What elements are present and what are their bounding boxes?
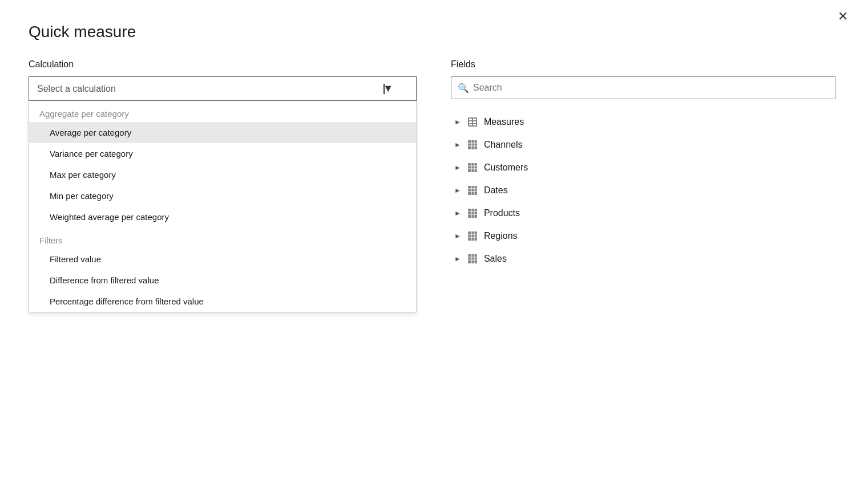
fields-label: Fields — [451, 59, 835, 70]
dialog-title: Quick measure — [29, 23, 835, 41]
field-label-sales: Sales — [484, 254, 507, 264]
field-label-measures: Measures — [484, 117, 524, 127]
field-label-dates: Dates — [484, 185, 508, 196]
search-icon: 🔍 — [458, 83, 469, 94]
field-item-measures[interactable]: ► Measures — [451, 111, 835, 133]
table-icon-customers — [467, 162, 478, 173]
expand-icon-products: ► — [454, 209, 461, 217]
calculation-select[interactable]: Select a calculation ▼ — [29, 76, 417, 101]
calculation-label: Calculation — [29, 59, 417, 70]
table-icon-channels — [467, 139, 478, 151]
field-item-customers[interactable]: ► Customers — [451, 156, 835, 179]
table-icon-sales — [467, 253, 478, 265]
expand-icon-sales: ► — [454, 255, 461, 263]
svg-rect-12 — [468, 163, 477, 172]
fields-section: Fields 🔍 ► — [451, 59, 835, 270]
field-item-products[interactable]: ► Products — [451, 202, 835, 225]
dropdown-item-min[interactable]: Min per category — [29, 185, 416, 206]
dropdown-item-weighted[interactable]: Weighted average per category — [29, 206, 416, 227]
svg-rect-17 — [468, 186, 477, 195]
select-placeholder-text: Select a calculation — [37, 84, 116, 94]
dropdown-item-variance[interactable]: Variance per category — [29, 143, 416, 164]
calculation-section: Calculation Select a calculation ▼ Aggre… — [29, 59, 417, 101]
search-container: 🔍 — [451, 76, 835, 99]
field-item-channels[interactable]: ► Channels — [451, 133, 835, 156]
dropdown-item-difference[interactable]: Difference from filtered value — [29, 270, 416, 291]
expand-icon-customers: ► — [454, 164, 461, 172]
calculation-select-wrapper: Select a calculation ▼ Aggregate per cat… — [29, 76, 417, 101]
content-area: Calculation Select a calculation ▼ Aggre… — [29, 59, 835, 270]
expand-icon-channels: ► — [454, 141, 461, 149]
svg-rect-22 — [468, 209, 477, 218]
group-label-filters: Filters — [29, 227, 416, 249]
field-item-regions[interactable]: ► Regions — [451, 225, 835, 247]
svg-rect-32 — [468, 254, 477, 263]
svg-rect-3 — [469, 121, 472, 123]
svg-rect-27 — [468, 231, 477, 241]
field-label-regions: Regions — [484, 231, 518, 241]
field-item-sales[interactable]: ► Sales — [451, 247, 835, 270]
expand-icon-regions: ► — [454, 232, 461, 240]
svg-rect-6 — [473, 124, 476, 125]
calculator-icon — [467, 116, 478, 128]
table-icon-regions — [467, 230, 478, 242]
dropdown-item-pct-difference[interactable]: Percentage difference from filtered valu… — [29, 291, 416, 312]
table-icon-dates — [467, 185, 478, 196]
calculation-dropdown: Aggregate per category Average per categ… — [29, 101, 417, 312]
expand-icon-measures: ► — [454, 118, 461, 126]
svg-rect-7 — [468, 140, 477, 149]
dropdown-item-max[interactable]: Max per category — [29, 164, 416, 185]
dropdown-item-average[interactable]: Average per category — [29, 122, 416, 143]
cursor-indicator — [383, 84, 385, 94]
fields-list: ► Measures — [451, 111, 835, 270]
field-label-products: Products — [484, 208, 520, 218]
svg-rect-5 — [469, 124, 472, 125]
field-label-customers: Customers — [484, 162, 528, 173]
svg-rect-4 — [473, 121, 476, 123]
close-button[interactable]: ✕ — [838, 10, 848, 23]
field-item-dates[interactable]: ► Dates — [451, 179, 835, 202]
field-label-channels: Channels — [484, 140, 523, 150]
table-icon-products — [467, 208, 478, 219]
expand-icon-dates: ► — [454, 186, 461, 194]
svg-rect-1 — [469, 119, 472, 120]
group-label-aggregate: Aggregate per category — [29, 101, 416, 122]
dropdown-item-filtered-value[interactable]: Filtered value — [29, 249, 416, 270]
quick-measure-dialog: ✕ Quick measure Calculation Select a cal… — [0, 0, 864, 504]
search-input[interactable] — [451, 76, 835, 99]
svg-rect-2 — [473, 119, 476, 120]
